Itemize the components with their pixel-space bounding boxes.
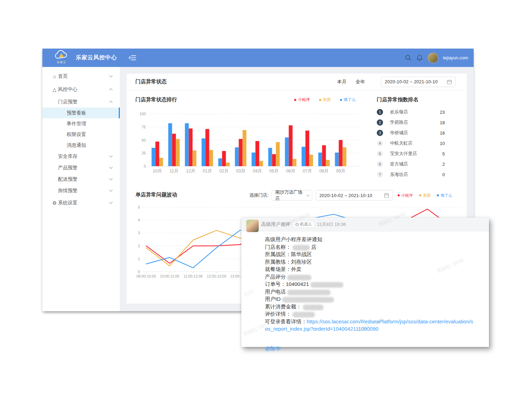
svg-text:0: 0 [138,270,140,274]
abnormal-index-value: 23 [440,110,445,115]
legend-item-饿了么[interactable]: 饿了么 [437,193,452,198]
svg-text:3: 3 [138,231,140,235]
legend-item-美团[interactable]: 美团 [319,97,331,102]
svg-text:50: 50 [142,138,146,142]
rank-badge: 2 [377,119,383,126]
chat-text: 高级用户小程序差评通知 [265,236,322,242]
sidebar-item-首页[interactable]: ⌂首页 [42,70,120,83]
home-icon: ⌂ [51,74,58,79]
svg-text:1: 1 [138,257,140,261]
ranking-row[interactable]: 3华侨城店16 [377,128,445,138]
store-select[interactable]: 南沙万达广场店 [272,190,312,201]
user-avatar[interactable] [428,53,438,63]
redacted-blur [282,297,334,303]
chat-message-line: 所属战区：陈华战区 [265,251,475,258]
sidebar-item-安全库存[interactable]: 安全库存 [42,151,120,162]
sidebar-item-label: 消息通知 [67,142,86,148]
sidebar-item-预警看板[interactable]: 预警看板 [42,108,120,118]
sidebar-item-label: 事件管理 [67,121,86,127]
chevron-up-icon [109,101,113,104]
sidebar-item-权限设置[interactable]: 权限设置 [42,129,120,140]
svg-text:5: 5 [138,205,140,209]
redacted-blur [287,290,331,295]
tab-this-month[interactable]: 本月 [337,79,347,85]
chevron-down-icon [109,74,113,77]
chat-header: 高级用户差评 机器人 11月8日 19:36 [241,218,489,231]
abnormal-index-value: 0 [442,172,445,177]
rank-badge: 7 [377,171,383,178]
chat-message-line: 累计消费金额： [265,303,475,311]
chevron-up-icon [109,88,113,92]
rank-badge: 6 [377,161,383,167]
sidebar-item-风控中心[interactable]: △风控中心 [42,83,120,96]
svg-text:09:00-10:00: 09:00-10:00 [136,274,156,278]
svg-text:0: 0 [144,164,146,168]
sidebar-item-label: 配送预警 [58,176,77,182]
legend-item-小程序[interactable]: 小程序 [398,193,413,198]
legend-item-美团[interactable]: 美团 [419,193,431,198]
robot-icon [295,222,299,226]
sidebar-item-配送预警[interactable]: 配送预警 [42,173,120,185]
chat-message-line: @陈华 [265,345,475,353]
search-icon[interactable] [405,54,412,61]
chat-text: 订单号：10400421 [265,281,309,287]
legend-dot [340,99,342,101]
user-domain[interactable]: lejiayun.com [443,55,468,60]
date-range-picker-2[interactable]: 2020-10-02 ~ 2021-10-10 [316,190,393,201]
store-name: 学府路店 [390,119,408,126]
ranking-row[interactable]: 5宝安大仟里店5 [377,148,445,159]
bar-chart: 025507510010月11月12月01月02月03月04月05月06月07月… [135,107,365,178]
svg-text:03月: 03月 [236,169,245,173]
date-range-picker[interactable]: 2020-10-02 ~ 2021-10-10 [381,77,456,87]
ranking-list: 1欢乐颂店232学府路店183华侨城店164中航天虹店105宝安大仟里店56壹方… [377,107,445,180]
sidebar-item-label: 系统设置 [58,200,77,206]
chat-message-line: 用户电话 [265,288,475,296]
ranking-row[interactable]: 7东海坊店0 [377,169,445,180]
svg-text:4: 4 [138,218,140,222]
chevron-down-icon [109,154,113,157]
legend-item-小程序[interactable]: 小程序 [294,97,310,102]
card-header: 门店异常状态 本月 全年 2020-10-02 ~ 2021-10-10 [127,74,467,90]
svg-text:2: 2 [138,244,140,248]
svg-text:75: 75 [142,125,146,129]
sidebar-item-系统设置[interactable]: ⚙系统设置 [42,196,120,210]
sidebar-item-事件管理[interactable]: 事件管理 [42,118,120,129]
legend-item-饿了么[interactable]: 饿了么 [340,97,356,102]
chat-text: 所属战区：陈华战区 [265,251,312,257]
sidebar-item-label: 舆情预警 [58,188,77,194]
sidebar-item-label: 门店预警 [58,99,77,105]
chat-text: 就餐场景：外卖 [265,266,301,272]
chevron-down-icon [109,165,113,169]
rank-badge: 5 [377,151,383,157]
chat-message-line [265,333,475,340]
ranking-row[interactable]: 4中航天虹店10 [377,138,445,148]
sidebar-item-产品预警[interactable]: 产品预警 [42,162,120,173]
menu-fold-icon[interactable] [128,55,136,61]
line-chart-controls: 选择门店: 南沙万达广场店 2020-10-02 ~ 2021-10-10 [249,190,452,201]
chat-message-overlay: 高级用户差评 机器人 11月8日 19:36 高级用户小程序差评通知门店名称：店… [241,218,489,347]
sidebar-item-label: 首页 [58,73,68,79]
tab-full-year[interactable]: 全年 [356,79,365,85]
svg-text:11月: 11月 [169,169,178,173]
sidebar-item-舆情预警[interactable]: 舆情预警 [42,185,120,196]
calendar-icon [447,79,452,84]
ranking-row[interactable]: 2学府路店18 [377,117,445,128]
svg-text:02月: 02月 [219,169,228,173]
ranking-title: 门店异常指数排名 [377,96,418,103]
ranking-row[interactable]: 1欢乐颂店23 [377,107,445,117]
abnormal-index-value: 5 [442,151,445,156]
chat-text: 评价详情： [265,311,291,317]
bell-icon[interactable] [416,54,423,61]
sidebar-item-消息通知[interactable]: 消息通知 [42,140,120,151]
sidebar-item-label: 安全库存 [58,153,77,160]
redacted-blur [292,245,310,251]
cloud-icon: △ [51,87,58,92]
redacted-blur [310,282,343,288]
legend-label: 美团 [423,193,431,198]
chat-message-line: 就餐场景：外卖 [265,265,475,273]
cloud-logo-icon [54,50,69,60]
ranking-row[interactable]: 6壹方城店2 [377,159,445,169]
chat-message-line: 订单号：10400421 [265,280,475,288]
sidebar-item-label: 风控中心 [58,86,77,93]
sidebar-item-门店预警[interactable]: 门店预警 [42,96,120,108]
